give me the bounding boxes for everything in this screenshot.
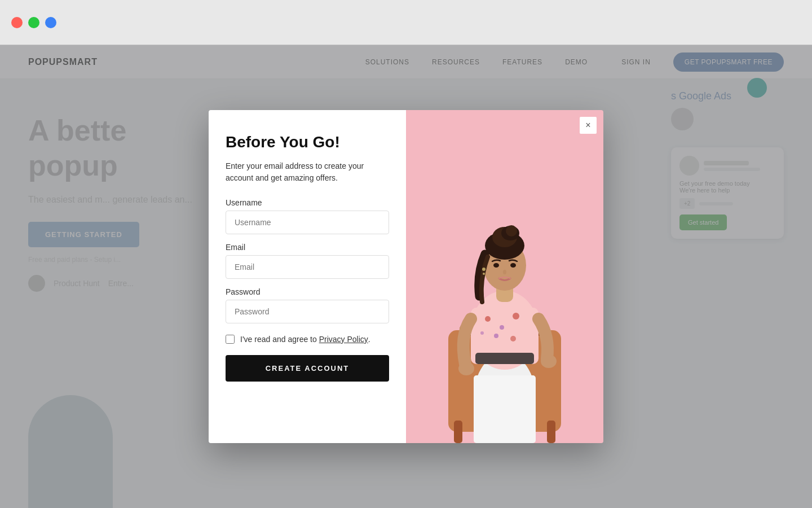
email-label: Email xyxy=(226,243,389,252)
privacy-checkbox-row: I've read and agree to Privacy Policy. xyxy=(226,335,389,344)
create-account-button[interactable]: CREATE ACCOUNT xyxy=(226,355,389,382)
svg-point-10 xyxy=(513,313,519,319)
svg-point-24 xyxy=(482,268,486,271)
svg-point-11 xyxy=(494,334,498,338)
svg-point-25 xyxy=(483,273,485,275)
traffic-lights xyxy=(11,17,56,28)
minimize-traffic-light[interactable] xyxy=(28,17,39,28)
browser-chrome xyxy=(0,0,812,45)
svg-point-13 xyxy=(480,331,484,335)
privacy-label: I've read and agree to Privacy Policy. xyxy=(240,335,370,344)
password-input[interactable] xyxy=(226,300,389,323)
privacy-checkbox[interactable] xyxy=(226,335,235,344)
svg-point-22 xyxy=(510,263,516,268)
svg-rect-3 xyxy=(547,421,555,443)
modal-subtitle: Enter your email address to create your … xyxy=(226,160,389,184)
website-background: POPUPSMART SOLUTIONS RESOURCES FEATURES … xyxy=(0,45,812,508)
svg-rect-5 xyxy=(474,375,536,443)
close-traffic-light[interactable] xyxy=(11,17,23,28)
svg-point-9 xyxy=(500,325,504,330)
svg-rect-14 xyxy=(475,353,534,364)
password-form-group: Password xyxy=(226,287,389,323)
password-label: Password xyxy=(226,287,389,296)
svg-point-20 xyxy=(506,225,517,237)
fashion-model-illustration xyxy=(426,161,584,443)
email-input[interactable] xyxy=(226,255,389,279)
svg-point-23 xyxy=(503,270,506,274)
svg-point-21 xyxy=(493,263,499,268)
modal-form-panel: Before You Go! Enter your email address … xyxy=(209,110,406,443)
modal-close-button[interactable]: × xyxy=(580,117,597,134)
privacy-policy-link[interactable]: Privacy Policy xyxy=(319,335,368,344)
modal-title: Before You Go! xyxy=(226,133,389,152)
username-form-group: Username xyxy=(226,198,389,234)
username-label: Username xyxy=(226,198,389,207)
maximize-traffic-light[interactable] xyxy=(45,17,56,28)
email-form-group: Email xyxy=(226,243,389,279)
modal-popup: Before You Go! Enter your email address … xyxy=(209,110,603,443)
svg-point-12 xyxy=(510,336,516,341)
svg-point-27 xyxy=(541,354,557,368)
svg-rect-2 xyxy=(454,421,462,443)
username-input[interactable] xyxy=(226,211,389,234)
svg-point-8 xyxy=(485,316,491,322)
svg-point-26 xyxy=(458,362,474,375)
modal-image-panel: × xyxy=(406,110,603,443)
